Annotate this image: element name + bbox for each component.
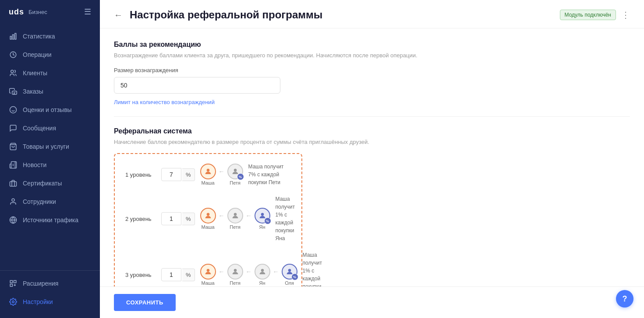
avatar-masha-2-name: Маша	[201, 224, 214, 230]
module-badge: Модуль подключён	[560, 10, 616, 20]
level-1-label: 1 уровень	[125, 171, 156, 178]
percent-badge-1: %	[237, 173, 244, 180]
top-bar: ← Настройка реферальной программы Модуль…	[100, 0, 644, 28]
sidebar-item-employees-label: Сотрудники	[23, 198, 56, 205]
content-area: Баллы за рекомендацию Вознаграждение бал…	[100, 28, 644, 287]
arrow-2a-icon: ←	[219, 212, 225, 219]
sidebar-item-messages-label: Сообщения	[23, 125, 56, 132]
sidebar-item-messages[interactable]: Сообщения	[0, 119, 100, 137]
sidebar-item-news-label: Новости	[23, 161, 46, 168]
sidebar-item-traffic[interactable]: Источники трафика	[0, 211, 100, 229]
sidebar-item-extensions[interactable]: Расширения	[0, 274, 100, 293]
level-row-1: 1 уровень % Маша ←	[125, 163, 291, 186]
save-button[interactable]: СОХРАНИТЬ	[114, 294, 176, 311]
svg-rect-20	[14, 280, 16, 283]
more-button[interactable]: ⋮	[621, 10, 630, 20]
divider	[114, 116, 630, 117]
nav-list: Статистика Операции Клиенты Заказы	[0, 24, 100, 270]
logo-area: uds Бизнес ☰	[0, 0, 100, 24]
extensions-icon	[9, 279, 18, 288]
svg-rect-21	[10, 284, 12, 287]
svg-point-24	[234, 169, 237, 171]
reviews-icon	[9, 105, 18, 114]
avatar-yan-2-img: %	[255, 208, 270, 224]
level-1-input-group: %	[161, 168, 195, 181]
svg-rect-2	[15, 33, 16, 39]
points-section: Баллы за рекомендацию Вознаграждение бал…	[114, 41, 630, 106]
points-title: Баллы за рекомендацию	[114, 41, 630, 49]
svg-rect-0	[10, 36, 11, 39]
svg-point-16	[12, 199, 14, 201]
referral-box: 1 уровень % Маша ←	[114, 153, 302, 287]
traffic-icon	[9, 216, 18, 224]
avatar-masha-3-img	[200, 264, 216, 280]
sidebar-item-traffic-label: Источники трафика	[23, 217, 78, 224]
level-3-input[interactable]	[161, 268, 181, 281]
sidebar-item-certificates[interactable]: Сертификаты	[0, 174, 100, 192]
referral-desc: Начисление баллов рекомендателю в размер…	[114, 138, 630, 147]
sidebar-item-stats-label: Статистика	[23, 33, 55, 40]
news-icon	[9, 161, 18, 169]
reward-input[interactable]	[114, 77, 280, 94]
messages-icon	[9, 124, 18, 133]
level-2-input[interactable]	[161, 212, 181, 225]
svg-point-29	[234, 269, 237, 272]
avatar-yan-2: % Ян	[255, 208, 270, 230]
svg-rect-15	[10, 182, 17, 186]
level-3-desc: Маша получит 1% с каждой покупки Оли	[303, 251, 322, 287]
svg-rect-19	[10, 280, 12, 283]
main-content: ← Настройка реферальной программы Модуль…	[100, 0, 644, 318]
footer: СОХРАНИТЬ	[100, 287, 644, 318]
sidebar-bottom: Расширения Настройки	[0, 270, 100, 318]
avatar-masha-3: Маша	[200, 264, 216, 286]
sidebar-item-reviews[interactable]: Оценки и отзывы	[0, 101, 100, 119]
level-1-desc: Маша получит 7% с каждой покупки Пети	[248, 163, 291, 186]
sidebar-item-news[interactable]: Новости	[0, 156, 100, 174]
help-button[interactable]: ?	[616, 290, 633, 308]
avatar-masha-2: Маша	[200, 208, 216, 230]
sidebar-item-orders[interactable]: Заказы	[0, 82, 100, 101]
svg-point-30	[261, 269, 264, 272]
svg-point-31	[288, 269, 291, 272]
level-2-pct: %	[182, 213, 195, 225]
avatar-petya-3-img	[227, 264, 243, 280]
limit-link[interactable]: Лимит на количество вознаграждений	[114, 99, 215, 105]
level-2-desc: Маша получит 1% с каждой покупки Яна	[276, 195, 295, 242]
level-1-input[interactable]	[161, 168, 181, 181]
level-row-2: 2 уровень % Маша ←	[125, 195, 291, 242]
back-button[interactable]: ←	[114, 10, 123, 19]
settings-icon	[9, 297, 18, 306]
clients-icon	[9, 69, 18, 77]
avatar-olya-3-img: %	[282, 264, 297, 280]
arrow-3b-icon: ←	[246, 268, 252, 275]
sidebar-item-orders-label: Заказы	[23, 88, 43, 95]
level-1-pct: %	[182, 168, 195, 181]
logo-uds: uds	[9, 7, 24, 17]
sidebar-item-stats[interactable]: Статистика	[0, 27, 100, 45]
svg-point-27	[261, 213, 264, 216]
sidebar-item-settings[interactable]: Настройки	[0, 293, 100, 311]
svg-point-23	[207, 169, 209, 171]
level-3-avatars: Маша ← Петя ←	[200, 264, 297, 286]
sidebar-item-reviews-label: Оценки и отзывы	[23, 106, 72, 113]
sidebar-item-products-label: Товары и услуги	[23, 143, 69, 150]
sidebar-item-employees[interactable]: Сотрудники	[0, 192, 100, 211]
sidebar-item-certificates-label: Сертификаты	[23, 180, 62, 187]
sidebar-item-clients[interactable]: Клиенты	[0, 64, 100, 82]
referral-title: Реферальная система	[114, 127, 630, 135]
logo-biz: Бизнес	[28, 9, 47, 15]
sidebar-item-operations[interactable]: Операции	[0, 45, 100, 64]
certificates-icon	[9, 179, 18, 188]
svg-point-26	[234, 213, 237, 216]
arrow-3c-icon: ←	[273, 268, 279, 275]
avatar-yan-3-name: Ян	[259, 280, 265, 286]
level-3-input-group: %	[161, 268, 195, 281]
referral-section: Реферальная система Начисление баллов ре…	[114, 127, 630, 287]
sidebar-item-clients-label: Клиенты	[23, 70, 47, 77]
points-desc: Вознаграждение баллами клиента за друга,…	[114, 51, 630, 60]
arrow-1-icon: ←	[219, 168, 225, 175]
page-title: Настройка реферальной программы	[130, 9, 560, 21]
hamburger-icon[interactable]: ☰	[84, 7, 91, 17]
sidebar-item-products[interactable]: Товары и услуги	[0, 137, 100, 156]
percent-badge-2: %	[264, 217, 271, 224]
